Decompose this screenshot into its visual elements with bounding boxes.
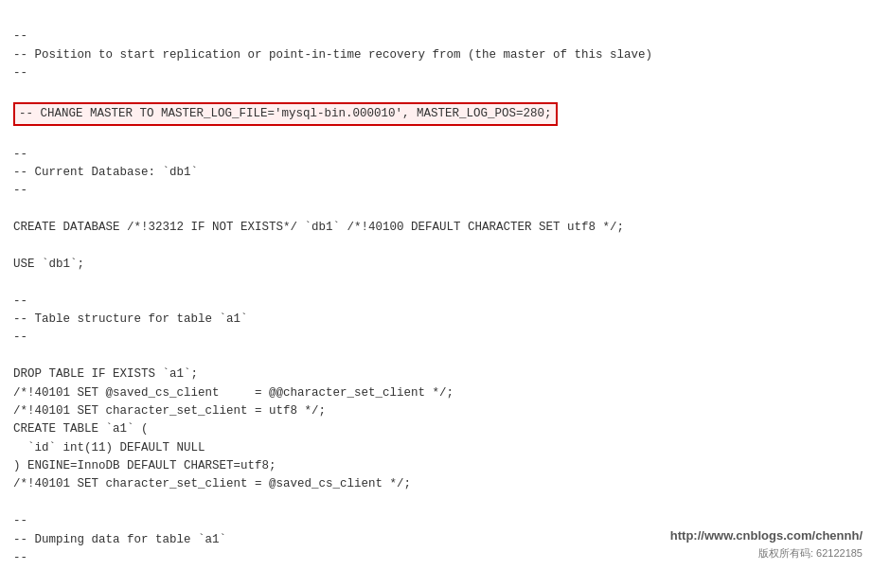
- highlighted-line: -- CHANGE MASTER TO MASTER_LOG_FILE='mys…: [13, 102, 558, 126]
- watermark-url: http://www.cnblogs.com/chennh/: [670, 526, 863, 545]
- line-1: -- -- Position to start replication or p…: [13, 29, 652, 80]
- code-viewer: -- -- Position to start replication or p…: [0, 0, 872, 588]
- line-2: -- -- Current Database: `db1` -- CREATE …: [13, 148, 624, 588]
- watermark: http://www.cnblogs.com/chennh/ 版权所有码: 62…: [670, 526, 863, 561]
- watermark-code: 版权所有码: 62122185: [670, 545, 863, 561]
- code-block: -- -- Position to start replication or p…: [13, 9, 859, 588]
